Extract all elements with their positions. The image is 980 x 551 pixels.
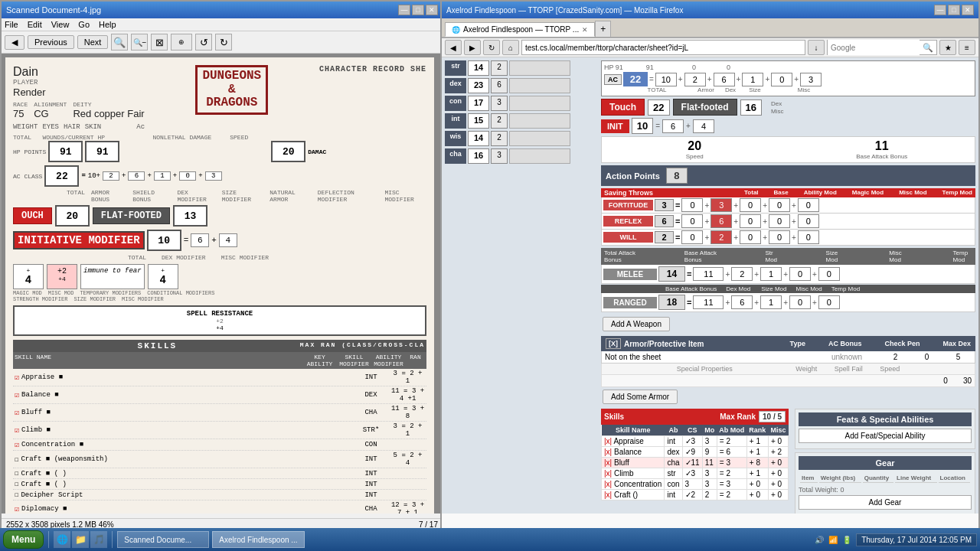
taskbar-firefox[interactable]: Axelrod Findlespoon ... <box>212 531 304 548</box>
will-row: WILL 2 = 0 + 2 + 0 + 0 + 0 <box>601 230 975 246</box>
skill-decipher: ☐ Decipher Script INT <box>13 490 426 500</box>
feats-gear-col: Feats & Special Abilities Add Feat/Speci… <box>792 409 975 514</box>
tab-close-button[interactable]: ✕ <box>582 26 588 34</box>
skill-appraise: ☑ Appraise ■ INT 3 = 2 + 1 <box>13 369 426 386</box>
skill-diplomacy: ☑ Diplomacy ■ CHA 12 = 3 + 7 + 1 <box>13 500 426 514</box>
new-tab-button[interactable]: + <box>595 21 611 37</box>
ranged-col-headers: Base Attack Bonus Dex Mod Size Mod Misc … <box>601 285 975 293</box>
cha-mod: 3 <box>491 148 508 164</box>
reload-button[interactable]: ↻ <box>483 40 500 55</box>
menu-help[interactable]: Help <box>99 20 116 29</box>
add-armor-button[interactable]: Add Some Armor <box>603 390 678 404</box>
back-nav-button[interactable]: ◀ <box>445 40 462 55</box>
zoom-fit-button[interactable]: ⊠ <box>151 34 168 51</box>
back-button[interactable]: ◀ <box>5 35 24 50</box>
taskbar-right: 🔊 📶 🔋 Thursday, 17 Jul 2014 12:05 PM <box>815 533 977 546</box>
skills-col-headers: SKILL NAME KEY ABILITY SKILL MODIFIER AB… <box>13 352 426 369</box>
spell-resistance-box: SPELL RESISTANCE +2 +4 <box>13 305 426 336</box>
close-button[interactable]: ✕ <box>426 5 438 15</box>
ac-labels: TOTALARMOR BONUS SHIELD BONUSDEX MODIFIE… <box>67 189 426 203</box>
media-icon[interactable]: 🎵 <box>90 531 107 548</box>
taskbar-divider2 <box>112 531 113 548</box>
skill-row-concentration: |x| Concentration con 3 3 = 3 + 0 + 0 <box>602 479 789 490</box>
forward-nav-button[interactable]: ▶ <box>464 40 481 55</box>
add-weapon-button[interactable]: Add A Weapon <box>603 317 670 331</box>
maximize-button[interactable]: □ <box>412 5 424 15</box>
url-bar[interactable] <box>521 40 805 55</box>
ie-icon[interactable]: 🌐 <box>54 531 70 548</box>
action-points-section: Action Points 8 <box>601 165 975 186</box>
sheet-title-section: CHARACTER RECORD SHE <box>319 65 426 73</box>
bab-value: 11 <box>792 139 973 153</box>
bab-label: Base Attack Bonus <box>792 153 973 160</box>
document-content: Dain PLAYER Render RACE 75 ALIGNMENT CG <box>2 54 443 514</box>
con-score: 17 <box>468 96 489 111</box>
speed-display: 20 <box>271 141 305 162</box>
active-tab[interactable]: 🌐 Axelrod Findlespoon — TTORP ... ✕ <box>445 22 595 37</box>
dex-score: 23 <box>468 78 489 93</box>
add-feat-button[interactable]: Add Feat/Special Ability <box>799 429 972 443</box>
minimize-button[interactable]: — <box>398 5 410 15</box>
next-button[interactable]: Next <box>77 35 109 49</box>
zoom-in-button[interactable]: 🔍 <box>111 34 128 51</box>
str-mod: 2 <box>491 60 508 76</box>
firefox-titlebar: Axelrod Findlespoon — TTORP [CrazedSanit… <box>442 2 978 18</box>
armor-item-type: unknown <box>831 353 877 361</box>
system-clock: Thursday, 17 Jul 2014 12:05 PM <box>856 533 977 546</box>
firefox-title: Axelrod Findlespoon — TTORP [CrazedSanit… <box>446 6 683 15</box>
bookmark-button[interactable]: ★ <box>939 40 956 55</box>
wis-score: 14 <box>468 131 489 146</box>
rotate-left-button[interactable]: ↺ <box>195 34 212 51</box>
touch-button: Touch <box>601 99 645 116</box>
armor-section: [X] Armor/Protective Item Type AC Bonus … <box>601 336 975 406</box>
ff-menu-button[interactable]: ≡ <box>959 40 975 55</box>
menu-view[interactable]: View <box>51 20 70 29</box>
image-viewer-titlebar: Scanned Document-4.jpg — □ ✕ <box>2 2 443 18</box>
search-input[interactable] <box>828 40 920 55</box>
sheet-content: str 14 2 dex 23 6 con <box>442 57 978 514</box>
menu-edit[interactable]: Edit <box>28 20 42 29</box>
menu-go[interactable]: Go <box>78 20 90 29</box>
int-score: 15 <box>468 113 489 129</box>
action-points-value: 8 <box>666 168 688 184</box>
zoom-out-button[interactable]: 🔍− <box>131 34 148 51</box>
touch-value: 22 <box>648 99 669 116</box>
total-weight-row: Total Weight: 0 <box>799 486 972 494</box>
init-label: INITIATIVE MODIFIER <box>13 231 145 249</box>
search-bar-container: 🔍 <box>827 40 937 55</box>
attack-section: Total Attack Bonus Base Attack Bonus Str… <box>601 248 975 312</box>
ac-col-labels: TOTAL Armor Dex Size Misc <box>646 86 972 93</box>
race-section: RACE 75 <box>13 101 28 119</box>
main-layout: str 14 2 dex 23 6 con <box>445 60 975 514</box>
skill-craft-2: ☐ Craft ■ ( ) INT <box>13 479 426 490</box>
folder-icon[interactable]: 📁 <box>72 531 89 548</box>
firefox-window: Axelrod Findlespoon — TTORP [CrazedSanit… <box>440 0 980 532</box>
touch-display: OUCH <box>13 207 52 224</box>
menu-file[interactable]: File <box>5 20 18 29</box>
skills-table-section: Skills Max Rank 10 / 5 <box>601 409 789 514</box>
add-gear-button[interactable]: Add Gear <box>799 495 972 510</box>
search-icon[interactable]: 🔍 <box>920 43 936 53</box>
race-value: 75 <box>13 108 28 119</box>
ff-maximize-button[interactable]: □ <box>948 5 960 15</box>
player-name: Render <box>13 86 145 98</box>
zoom-percent-button[interactable]: ⊕ <box>171 34 192 51</box>
ff-minimize-button[interactable]: — <box>934 5 946 15</box>
ff-close-button[interactable]: ✕ <box>962 5 974 15</box>
rotate-right-button[interactable]: ↻ <box>215 34 232 51</box>
hp-current-display: 91 <box>48 141 83 162</box>
character-sheet-paper: Dain PLAYER Render RACE 75 ALIGNMENT CG <box>5 57 434 514</box>
sheet-title: CHARACTER RECORD SHE <box>319 65 426 73</box>
start-button[interactable]: Menu <box>3 530 44 549</box>
prev-button[interactable]: Previous <box>28 35 74 49</box>
taskbar-scanned-doc[interactable]: Scanned Docume... <box>117 531 209 548</box>
quicklaunch-icons: 🌐 📁 🎵 <box>54 531 107 548</box>
skill-craft-1: ☐ Craft ■ ( ) INT <box>13 468 426 479</box>
firefox-window-controls: — □ ✕ <box>934 5 974 15</box>
hp-ac-section: TOTAL WOUNDS/CURRENT HP NONLETHAL DAMAGE… <box>13 134 426 162</box>
player-label: PLAYER <box>13 79 145 86</box>
str-row: str 14 2 <box>445 60 598 76</box>
search-go-button[interactable]: ↓ <box>808 40 825 55</box>
home-button[interactable]: ⌂ <box>502 40 519 55</box>
armor-expand-button[interactable]: [X] <box>606 338 621 349</box>
